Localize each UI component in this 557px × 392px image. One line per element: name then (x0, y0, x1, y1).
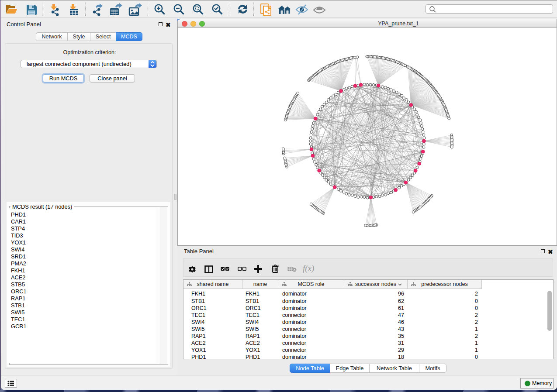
svg-text:f(x): f(x) (303, 264, 314, 273)
